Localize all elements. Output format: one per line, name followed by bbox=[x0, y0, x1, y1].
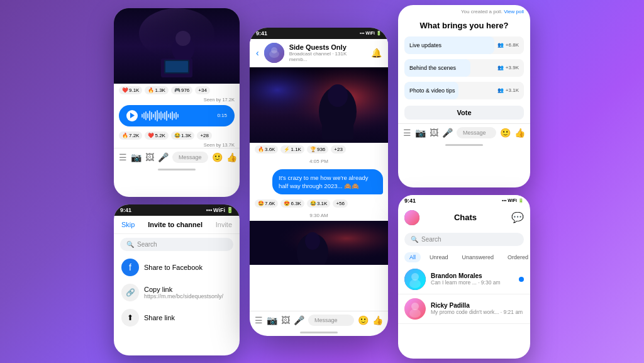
mic-icon[interactable]: 🎤 bbox=[158, 152, 169, 162]
reaction-bolt-c1: ⚡1.1K bbox=[280, 145, 304, 154]
emoji-icon[interactable]: 🙂 bbox=[212, 152, 223, 162]
svg-rect-6 bbox=[165, 61, 188, 72]
right-column: You created a poll. View poll What bring… bbox=[398, 5, 530, 359]
chats-title: Chats bbox=[454, 213, 477, 222]
play-button[interactable] bbox=[126, 110, 138, 121]
phone1-image bbox=[114, 8, 240, 84]
ricky-avatar bbox=[404, 298, 426, 320]
emoji-icon-3[interactable]: 🙂 bbox=[358, 315, 369, 325]
brandon-avatar bbox=[404, 269, 426, 290]
poll-option-2[interactable]: Behind the scenes 👥+3.9K bbox=[404, 59, 524, 77]
search-label-invite: Search bbox=[137, 241, 157, 248]
timestamp-1: 4:05 PM bbox=[250, 156, 388, 167]
status-time-3: 9:41 bbox=[256, 30, 267, 36]
tab-unanswered[interactable]: Unanswered bbox=[457, 252, 499, 262]
like-icon[interactable]: 👍 bbox=[226, 152, 237, 162]
poll-notice: You created a poll. View poll bbox=[398, 5, 530, 17]
chats-header: Chats 💬 bbox=[398, 206, 530, 229]
invite-button[interactable]: Invite bbox=[216, 221, 232, 228]
unread-dot-brandon bbox=[519, 277, 524, 282]
menu-icon-4[interactable]: ☰ bbox=[403, 128, 411, 138]
image-icon-4[interactable]: 🖼 bbox=[430, 128, 438, 138]
share-icon: ⬆ bbox=[121, 309, 139, 327]
voice-time: 0:15 bbox=[217, 113, 227, 118]
seen-text-top: Seen by 17.2K bbox=[114, 97, 240, 103]
channel-image-2 bbox=[250, 221, 388, 265]
svg-point-20 bbox=[305, 232, 320, 250]
svg-marker-7 bbox=[130, 113, 135, 118]
invite-header: Skip Invite to channel Invite bbox=[114, 216, 240, 234]
like-icon-3[interactable]: 👍 bbox=[372, 315, 383, 325]
reaction-fire: 🔥1.3K bbox=[145, 86, 168, 94]
timestamp-2: 9:30 AM bbox=[250, 210, 388, 221]
camera-icon-3[interactable]: 📷 bbox=[267, 315, 277, 325]
copy-link-label: Copy link bbox=[144, 286, 223, 293]
svg-point-21 bbox=[404, 210, 419, 225]
menu-icon-3[interactable]: ☰ bbox=[255, 315, 263, 325]
reaction-more3: +56 bbox=[333, 199, 348, 208]
svg-point-27 bbox=[409, 309, 421, 318]
copy-link-item[interactable]: 🔗 Copy link https://m.me/bc/sidequestson… bbox=[114, 280, 240, 305]
vote-button[interactable]: Vote bbox=[404, 106, 524, 120]
reaction-fire-c1: 🔥3.6K bbox=[255, 145, 278, 154]
svg-rect-16 bbox=[322, 121, 353, 140]
chats-profile-avatar[interactable] bbox=[404, 210, 419, 225]
voice-message[interactable]: 0:15 bbox=[119, 105, 235, 126]
mic-icon-4[interactable]: 🎤 bbox=[442, 128, 453, 138]
camera-icon[interactable]: 📷 bbox=[131, 152, 142, 162]
poll-label-3: Photo & video tips bbox=[409, 87, 455, 94]
status-time-2: 9:41 bbox=[120, 207, 131, 213]
status-time-5: 9:41 bbox=[404, 198, 416, 204]
reaction-stars: 🤩7.6K bbox=[255, 199, 278, 208]
image-icon-3[interactable]: 🖼 bbox=[281, 315, 290, 325]
reaction-trophy-c1: 🏆936 bbox=[307, 145, 328, 154]
like-icon-4[interactable]: 👍 bbox=[514, 128, 525, 138]
reaction-heart2: ❤️5.2K bbox=[145, 131, 168, 140]
mic-icon-3[interactable]: 🎤 bbox=[294, 315, 304, 325]
search-icon-chats: 🔍 bbox=[411, 236, 418, 243]
skip-button[interactable]: Skip bbox=[121, 221, 135, 228]
share-link-item[interactable]: ⬆ Share link bbox=[114, 305, 240, 330]
ricky-preview: My promo code didn't work... · 9:21 am bbox=[431, 309, 524, 315]
camera-icon-4[interactable]: 📷 bbox=[415, 128, 426, 138]
home-indicator-3 bbox=[300, 332, 338, 333]
emoji-icon-4[interactable]: 🙂 bbox=[500, 128, 511, 138]
menu-icon[interactable]: ☰ bbox=[119, 152, 127, 162]
reaction-love: 😍6.3K bbox=[280, 199, 304, 208]
view-poll-link[interactable]: View poll bbox=[504, 9, 524, 14]
reaction-heart: ❤️9.1K bbox=[119, 86, 142, 94]
poll-question: What brings you here? bbox=[398, 17, 530, 34]
reaction-game: 🎮976 bbox=[171, 86, 192, 94]
search-bar-chats[interactable]: 🔍 Search bbox=[404, 233, 524, 246]
reaction-more-c1: +23 bbox=[331, 145, 346, 154]
tab-ordered[interactable]: Ordered bbox=[502, 252, 530, 262]
home-indicator bbox=[158, 169, 196, 170]
share-facebook-item[interactable]: f Share to Facebook bbox=[114, 255, 240, 280]
center-column: 9:41 ▪▪▪ WiFi 🔋 ‹ bbox=[250, 28, 388, 336]
svg-point-15 bbox=[328, 84, 348, 107]
reaction-bar-center-2: 🤩7.6K 😍6.3K 😂3.1K +56 bbox=[250, 197, 388, 210]
reaction-bar-center-1: 🔥3.6K ⚡1.1K 🏆936 +23 bbox=[250, 143, 388, 156]
channel-avatar bbox=[264, 43, 284, 63]
chat-item-ricky[interactable]: Ricky Padilla My promo code didn't work.… bbox=[398, 294, 530, 324]
search-bar-invite[interactable]: 🔍 Search bbox=[120, 238, 233, 251]
poll-count-1: 👥+6.8K bbox=[497, 42, 519, 48]
image-icon[interactable]: 🖼 bbox=[145, 152, 154, 162]
message-input-1[interactable]: Message bbox=[172, 152, 208, 163]
tab-all[interactable]: All bbox=[404, 252, 421, 262]
channel-name: Side Quests Only bbox=[289, 43, 366, 51]
poll-option-3[interactable]: Photo & video tips 👥+3.1K bbox=[404, 82, 524, 99]
back-button[interactable]: ‹ bbox=[256, 48, 259, 58]
seen-text-bottom: Seen by 13.7K bbox=[114, 142, 240, 148]
message-input-3[interactable]: Message bbox=[308, 315, 354, 326]
new-chat-icon[interactable]: 💬 bbox=[511, 211, 524, 223]
poll-option-1[interactable]: Live updates 👥+6.8K bbox=[404, 36, 524, 54]
poll-count-3: 👥+3.1K bbox=[497, 87, 519, 93]
message-input-4[interactable]: Message bbox=[457, 127, 496, 138]
notification-icon[interactable]: 🔔 bbox=[371, 48, 382, 58]
phone-broadcast: 9:41 ▪▪▪ WiFi 🔋 ‹ bbox=[250, 28, 388, 336]
svg-point-3 bbox=[175, 31, 191, 46]
share-link-label: Share link bbox=[144, 314, 175, 321]
chat-item-brandon[interactable]: Brandon Morales Can I learn more ... · 9… bbox=[398, 265, 530, 294]
tab-unread[interactable]: Unread bbox=[425, 252, 453, 262]
